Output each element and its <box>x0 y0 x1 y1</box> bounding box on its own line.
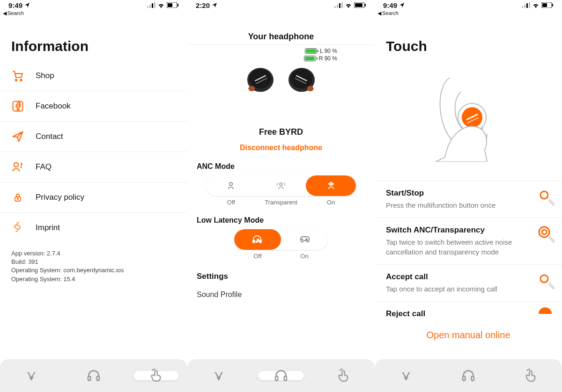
svg-rect-41 <box>522 6 523 8</box>
tab-headphones[interactable] <box>250 368 312 383</box>
screen-information: 9:49 ◀ Search Information Shop <box>0 0 187 392</box>
svg-rect-1 <box>149 5 151 8</box>
anc-segmented-control[interactable] <box>206 175 356 196</box>
app-meta: App version: 2.7.4 Build: 391 Operating … <box>0 243 187 290</box>
status-bar: 9:49 <box>375 0 562 10</box>
tab-headphones[interactable] <box>62 368 125 383</box>
wifi-icon <box>345 2 352 8</box>
tab-headphones[interactable] <box>437 368 499 383</box>
tab-bar <box>375 359 562 392</box>
anc-on-label: On <box>306 199 356 206</box>
svg-rect-44 <box>529 2 530 8</box>
svg-point-35 <box>256 241 258 243</box>
headphone-music-icon <box>251 234 264 245</box>
svg-point-50 <box>540 191 548 199</box>
svg-rect-22 <box>365 4 366 7</box>
svg-point-13 <box>17 198 18 199</box>
svg-point-7 <box>15 80 17 81</box>
info-label: FAQ <box>36 162 52 172</box>
tap-hold-icon <box>536 304 555 322</box>
earbuds-image <box>187 65 375 97</box>
lowlatency-option-on[interactable] <box>281 229 328 250</box>
info-item-imprint[interactable]: Imprint <box>0 213 187 243</box>
back-search[interactable]: ◀ Search <box>0 10 187 18</box>
touch-item-desc: Tap twice to switch between active noise… <box>386 238 529 257</box>
info-item-shop[interactable]: Shop <box>0 61 187 91</box>
svg-rect-42 <box>524 5 525 8</box>
meta-os-version: Operating System: 15.4 <box>11 275 176 283</box>
touch-item-title: Start/Stop <box>386 189 529 198</box>
svg-rect-6 <box>177 4 178 7</box>
paper-plane-icon <box>11 130 24 143</box>
tap-once-icon <box>536 188 555 206</box>
svg-rect-14 <box>88 376 90 380</box>
back-search[interactable]: ◀ Search <box>375 10 562 18</box>
ear-illustration <box>375 54 562 181</box>
tab-brand[interactable] <box>375 369 437 383</box>
battery-icon <box>354 2 366 8</box>
touch-item-desc: Press the multifunction button once <box>386 201 529 210</box>
back-label: Search <box>382 10 399 16</box>
touch-item-switch-anc: Switch ANC/Transparency Tap twice to swi… <box>375 218 562 264</box>
info-item-contact[interactable]: Contact <box>0 122 187 152</box>
touch-item-reject-call: Reject call <box>375 301 562 323</box>
status-time: 9:49 <box>383 1 397 9</box>
tab-bar <box>187 359 375 392</box>
signal-icon <box>522 2 530 8</box>
battery-left: L 90 % <box>305 48 337 54</box>
svg-rect-2 <box>152 3 153 8</box>
tab-touch[interactable] <box>125 368 187 383</box>
svg-point-29 <box>229 182 232 185</box>
svg-rect-16 <box>334 6 336 8</box>
lowlatency-on-label: On <box>281 253 328 260</box>
status-time: 9:49 <box>8 1 22 9</box>
settings-sound-profile[interactable]: Sound Profile <box>187 285 375 305</box>
svg-point-36 <box>258 240 259 242</box>
svg-point-10 <box>14 163 18 167</box>
wifi-icon <box>157 2 165 8</box>
screen-touch: 9:49 ◀ Search Touch Start/Stop <box>375 0 562 392</box>
touch-item-desc: Tap once to accept an incoming call <box>386 284 529 294</box>
svg-point-25 <box>248 86 255 92</box>
anc-option-off[interactable] <box>206 175 256 196</box>
svg-point-30 <box>280 183 282 186</box>
location-icon <box>24 2 30 8</box>
battery-right: R 90 % <box>304 55 337 62</box>
tab-brand[interactable] <box>0 369 62 383</box>
tab-touch[interactable] <box>312 368 375 383</box>
person-off-icon <box>226 181 236 191</box>
person-on-icon <box>326 181 336 191</box>
tab-touch[interactable] <box>500 368 562 383</box>
anc-option-on[interactable] <box>306 175 356 196</box>
info-label: Contact <box>36 132 63 141</box>
tab-bar <box>0 359 187 392</box>
info-label: Imprint <box>36 223 60 232</box>
meta-os-bundle: Operating System: com.beyerdynamic.ios <box>11 266 176 275</box>
tab-brand[interactable] <box>187 369 250 383</box>
svg-rect-15 <box>97 376 99 380</box>
anc-option-labels: Off Transparent On <box>206 199 356 206</box>
signal-icon <box>334 2 343 8</box>
anc-option-transparent[interactable] <box>256 175 306 196</box>
info-item-privacy[interactable]: Privacy policy <box>0 182 187 213</box>
anc-off-label: Off <box>206 199 256 206</box>
info-item-facebook[interactable]: Facebook <box>0 91 187 122</box>
lowlatency-option-off[interactable] <box>234 229 281 250</box>
info-item-faq[interactable]: FAQ <box>0 152 187 182</box>
svg-rect-18 <box>339 3 340 8</box>
disconnect-button[interactable]: Disconnect headphone <box>187 144 375 152</box>
paragraph-icon <box>11 221 24 234</box>
lowlatency-segmented-control[interactable] <box>234 229 328 250</box>
svg-point-52 <box>542 230 547 234</box>
svg-rect-3 <box>154 2 155 8</box>
battery-left-label: L 90 % <box>320 48 337 54</box>
info-list: Shop Facebook Contact FAQ <box>0 61 187 243</box>
touch-item-title: Accept call <box>386 272 529 282</box>
svg-point-38 <box>307 240 308 240</box>
svg-rect-34 <box>259 240 261 243</box>
touch-item-title: Switch ANC/Transparency <box>386 225 529 235</box>
open-manual-link[interactable]: Open manual online <box>375 323 562 347</box>
svg-point-51 <box>539 227 549 237</box>
tap-twice-icon <box>536 225 555 243</box>
info-label: Privacy policy <box>36 193 84 202</box>
